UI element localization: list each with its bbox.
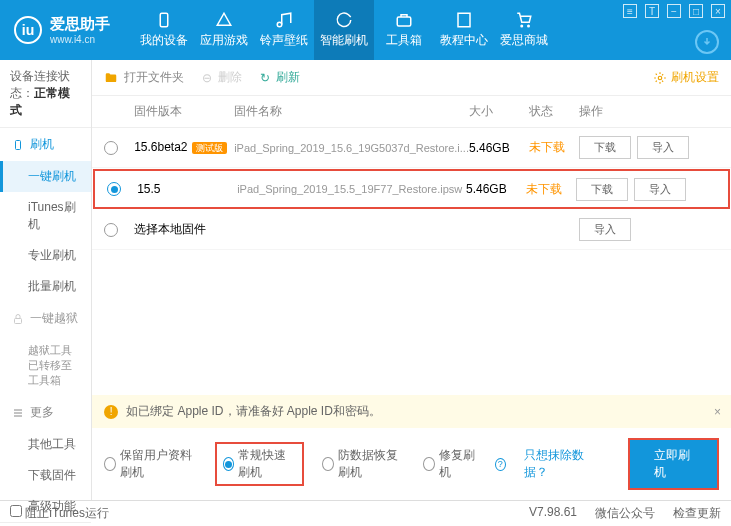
svg-rect-7	[15, 318, 22, 323]
row-size: 5.46GB	[469, 141, 529, 155]
sidebar-group-flash[interactable]: 刷机	[0, 128, 91, 161]
row-radio[interactable]	[104, 223, 118, 237]
check-update-link[interactable]: 检查更新	[673, 505, 721, 522]
sidebar-item-download[interactable]: 下载固件	[0, 460, 91, 491]
firmware-row-local[interactable]: 选择本地固件 导入	[92, 210, 731, 250]
firmware-row-selected[interactable]: 15.5 iPad_Spring_2019_15.5_19F77_Restore…	[93, 169, 730, 209]
sidebar-item-other[interactable]: 其他工具	[0, 429, 91, 460]
svg-rect-6	[16, 140, 21, 149]
folder-icon	[104, 71, 118, 85]
svg-point-4	[521, 25, 523, 27]
book-icon	[455, 11, 473, 29]
feedback-button[interactable]: T	[645, 4, 659, 18]
wechat-link[interactable]: 微信公众号	[595, 505, 655, 522]
download-indicator[interactable]	[695, 30, 719, 54]
music-icon	[275, 11, 293, 29]
sidebar-item-itunes[interactable]: iTunes刷机	[0, 192, 91, 240]
sidebar-item-batch[interactable]: 批量刷机	[0, 271, 91, 302]
menu-button[interactable]: ≡	[623, 4, 637, 18]
content: 打开文件夹 ⊖ 删除 ↻ 刷新 刷机设置 固件版本 固件名称 大小 状态 操作 …	[92, 60, 731, 500]
connection-status: 设备连接状态：正常模式	[0, 60, 91, 128]
cart-icon	[515, 11, 533, 29]
window-controls: ≡ T − □ ×	[623, 4, 725, 18]
warning-close-button[interactable]: ×	[714, 405, 721, 419]
import-button[interactable]: 导入	[637, 136, 689, 159]
row-radio[interactable]	[107, 182, 121, 196]
flash-settings-button[interactable]: 刷机设置	[653, 69, 719, 86]
app-version: V7.98.61	[529, 505, 577, 522]
svg-rect-2	[397, 17, 411, 26]
block-itunes[interactable]: 阻止iTunes运行	[10, 505, 109, 522]
svg-point-1	[277, 22, 282, 27]
svg-rect-0	[160, 13, 168, 27]
header: iu 爱思助手 www.i4.cn 我的设备 应用游戏 铃声壁纸 智能刷机 工具…	[0, 0, 731, 60]
nav-apps[interactable]: 应用游戏	[194, 0, 254, 60]
block-itunes-checkbox[interactable]	[10, 505, 22, 517]
row-filename: iPad_Spring_2019_15.6_19G5037d_Restore.i…	[234, 142, 469, 154]
gear-icon	[653, 71, 667, 85]
app-icon	[215, 11, 233, 29]
download-button[interactable]: 下载	[576, 178, 628, 201]
download-icon	[701, 36, 713, 48]
mode-repair[interactable]: 修复刷机	[423, 447, 477, 481]
footer: 阻止iTunes运行 V7.98.61 微信公众号 检查更新	[0, 500, 731, 526]
svg-rect-3	[458, 13, 470, 27]
refresh-button[interactable]: ↻ 刷新	[260, 69, 300, 86]
nav-ringtones[interactable]: 铃声壁纸	[254, 0, 314, 60]
help-icon[interactable]: ?	[495, 458, 506, 471]
col-version: 固件版本	[134, 103, 234, 120]
row-filename: iPad_Spring_2019_15.5_19F77_Restore.ipsw	[237, 183, 466, 195]
toolbar: 打开文件夹 ⊖ 删除 ↻ 刷新 刷机设置	[92, 60, 731, 96]
table-header: 固件版本 固件名称 大小 状态 操作	[92, 96, 731, 128]
nav-store[interactable]: 爱思商城	[494, 0, 554, 60]
mode-quick[interactable]: 常规快速刷机	[215, 442, 304, 486]
firmware-row[interactable]: 15.6beta2测试版 iPad_Spring_2019_15.6_19G50…	[92, 128, 731, 168]
top-nav: 我的设备 应用游戏 铃声壁纸 智能刷机 工具箱 教程中心 爱思商城	[134, 0, 554, 60]
row-version: 15.6beta2	[134, 140, 187, 154]
mode-keep-data[interactable]: 保留用户资料刷机	[104, 447, 197, 481]
import-button[interactable]: 导入	[579, 218, 631, 241]
phone-icon	[155, 11, 173, 29]
col-status: 状态	[529, 103, 579, 120]
nav-toolbox[interactable]: 工具箱	[374, 0, 434, 60]
row-version: 15.5	[137, 182, 160, 196]
sidebar-group-more[interactable]: 更多	[0, 396, 91, 429]
col-size: 大小	[469, 103, 529, 120]
warning-bar: ! 如已绑定 Apple ID，请准备好 Apple ID和密码。 ×	[92, 395, 731, 428]
brand-url: www.i4.cn	[50, 34, 110, 45]
row-status: 未下载	[529, 139, 579, 156]
erase-link[interactable]: 只想抹除数据？	[524, 447, 592, 481]
lock-icon	[12, 313, 24, 325]
download-button[interactable]: 下载	[579, 136, 631, 159]
mode-bar: 保留用户资料刷机 常规快速刷机 防数据恢复刷机 修复刷机 ? 只想抹除数据？ 立…	[92, 428, 731, 500]
refresh-icon	[335, 11, 353, 29]
toolbox-icon	[395, 11, 413, 29]
import-button[interactable]: 导入	[634, 178, 686, 201]
row-version: 选择本地固件	[134, 222, 206, 236]
beta-tag: 测试版	[192, 142, 227, 154]
jailbreak-note: 越狱工具已转移至工具箱	[0, 335, 91, 396]
nav-flash[interactable]: 智能刷机	[314, 0, 374, 60]
col-action: 操作	[579, 103, 719, 120]
minimize-button[interactable]: −	[667, 4, 681, 18]
sidebar-item-pro[interactable]: 专业刷机	[0, 240, 91, 271]
open-folder-button[interactable]: 打开文件夹	[104, 69, 184, 86]
flash-now-button[interactable]: 立即刷机	[628, 438, 719, 490]
warning-icon: !	[104, 405, 118, 419]
close-button[interactable]: ×	[711, 4, 725, 18]
sidebar-group-jailbreak[interactable]: 一键越狱	[0, 302, 91, 335]
phone-icon	[12, 139, 24, 151]
maximize-button[interactable]: □	[689, 4, 703, 18]
row-size: 5.46GB	[466, 182, 526, 196]
mode-secure[interactable]: 防数据恢复刷机	[322, 447, 405, 481]
nav-tutorials[interactable]: 教程中心	[434, 0, 494, 60]
svg-point-5	[528, 25, 530, 27]
warning-text: 如已绑定 Apple ID，请准备好 Apple ID和密码。	[126, 403, 381, 420]
sidebar-item-oneclick[interactable]: 一键刷机	[0, 161, 91, 192]
nav-my-device[interactable]: 我的设备	[134, 0, 194, 60]
delete-button[interactable]: ⊖ 删除	[202, 69, 242, 86]
sidebar: 设备连接状态：正常模式 刷机 一键刷机 iTunes刷机 专业刷机 批量刷机 一…	[0, 60, 92, 500]
row-status: 未下载	[526, 181, 576, 198]
row-radio[interactable]	[104, 141, 118, 155]
svg-point-9	[658, 76, 662, 80]
